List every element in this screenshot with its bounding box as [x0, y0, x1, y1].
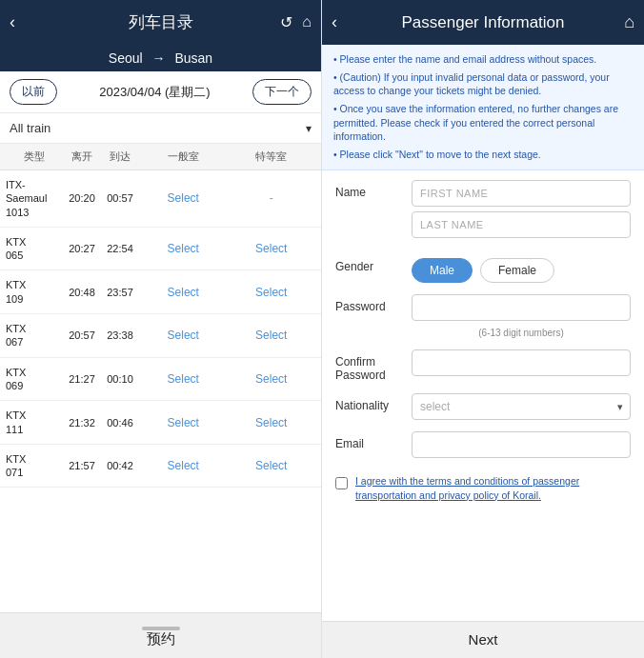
table-row: KTX 06921:2700:10SelectSelect — [0, 358, 321, 402]
left-back-button[interactable]: ‹ — [10, 12, 15, 32]
train-arrive: 00:46 — [101, 417, 139, 429]
special-select[interactable]: Select — [228, 416, 316, 429]
info-line-2: • (Caution) If you input invalid persona… — [333, 70, 633, 98]
confirm-password-input[interactable] — [412, 349, 631, 376]
filter-bar[interactable]: All train ▾ — [0, 113, 321, 144]
general-select[interactable]: Select — [139, 459, 228, 472]
info-line-1: • Please enter the name and email addres… — [333, 52, 633, 67]
route-bar: Seoul → Busan — [0, 45, 321, 71]
train-depart: 20:20 — [63, 192, 101, 204]
train-name: KTX 071 — [6, 452, 63, 480]
col-special: 特等室 — [228, 150, 316, 164]
filter-label: All train — [10, 121, 50, 135]
general-select[interactable]: Select — [139, 286, 228, 299]
refresh-icon[interactable]: ↺ — [280, 13, 292, 31]
general-select[interactable]: Select — [139, 191, 228, 205]
special-select[interactable]: Select — [228, 459, 316, 472]
table-row: KTX 11121:3200:46SelectSelect — [0, 401, 321, 445]
train-arrive: 23:38 — [101, 329, 139, 341]
general-select[interactable]: Select — [139, 329, 228, 342]
confirm-password-row: Confirm Password — [335, 349, 631, 382]
train-depart: 21:32 — [63, 417, 101, 429]
table-header: 类型 离开 到达 一般室 特等室 — [0, 144, 321, 170]
date-nav: 以前 2023/04/04 (星期二) 下一个 — [0, 71, 321, 113]
special-select: - — [228, 191, 316, 205]
left-header-icons: ↺ ⌂ — [280, 13, 312, 31]
current-date: 2023/04/04 (星期二) — [99, 84, 210, 101]
nationality-select[interactable]: select — [412, 393, 631, 420]
train-arrive: 00:57 — [101, 192, 139, 204]
left-panel: ‹ 列车目录 ↺ ⌂ Seoul → Busan 以前 2023/04/04 (… — [0, 0, 322, 658]
terms-row: I agree with the terms and conditions of… — [335, 474, 631, 502]
info-line-3: • Once you save the information entered,… — [333, 102, 633, 144]
email-label: Email — [335, 431, 412, 450]
special-select[interactable]: Select — [228, 329, 316, 342]
first-name-input[interactable] — [412, 180, 631, 207]
route-arrow: → — [152, 50, 166, 66]
gender-female-button[interactable]: Female — [480, 258, 554, 283]
table-row: ITX-Saemaul 101320:2000:57Select- — [0, 170, 321, 228]
name-label: Name — [335, 180, 412, 199]
right-title: Passenger Information — [401, 13, 564, 32]
table-row: KTX 10920:4823:57SelectSelect — [0, 270, 321, 314]
left-header: ‹ 列车目录 ↺ ⌂ — [0, 0, 321, 45]
filter-dropdown-icon: ▾ — [306, 122, 312, 135]
general-select[interactable]: Select — [139, 416, 228, 429]
terms-checkbox[interactable] — [335, 477, 348, 489]
general-select[interactable]: Select — [139, 372, 228, 386]
train-name: KTX 067 — [6, 322, 63, 349]
email-row: Email — [335, 431, 631, 463]
train-arrive: 22:54 — [101, 243, 139, 254]
password-input[interactable] — [412, 294, 631, 321]
confirm-password-field — [412, 349, 631, 381]
nationality-label: Nationality — [335, 393, 412, 412]
email-field — [412, 431, 631, 463]
password-hint: (6-13 digit numbers) — [412, 328, 631, 338]
table-row: KTX 06720:5723:38SelectSelect — [0, 314, 321, 358]
train-depart: 20:57 — [63, 329, 101, 341]
home-icon-right[interactable]: ⌂ — [624, 12, 634, 32]
password-label: Password — [335, 294, 412, 313]
right-footer: Next — [322, 621, 644, 658]
train-name: KTX 069 — [6, 366, 63, 393]
home-icon-left[interactable]: ⌂ — [302, 13, 312, 31]
special-select[interactable]: Select — [228, 242, 316, 255]
special-select[interactable]: Select — [228, 372, 316, 386]
form-area: Name Gender Male Female Password (6-13 d… — [322, 170, 644, 621]
general-select[interactable]: Select — [139, 242, 228, 255]
info-line-4: • Please click "Next" to move to the nex… — [333, 148, 633, 162]
col-general: 一般室 — [139, 150, 228, 164]
info-box: • Please enter the name and email addres… — [322, 45, 644, 170]
next-date-button[interactable]: 下一个 — [252, 79, 312, 105]
train-depart: 20:48 — [63, 287, 101, 298]
train-list: ITX-Saemaul 101320:2000:57Select-KTX 065… — [0, 170, 321, 612]
train-name: KTX 065 — [6, 235, 63, 263]
email-input[interactable] — [412, 431, 631, 458]
nationality-select-wrapper: select ▾ — [412, 393, 631, 420]
password-field: (6-13 digit numbers) — [412, 294, 631, 338]
right-header: ‹ Passenger Information ⌂ — [322, 0, 644, 45]
terms-text: I agree with the terms and conditions of… — [355, 474, 631, 502]
special-select[interactable]: Select — [228, 286, 316, 299]
last-name-input[interactable] — [412, 211, 631, 238]
col-type: 类型 — [6, 150, 63, 164]
train-depart: 20:27 — [63, 243, 101, 254]
right-panel: ‹ Passenger Information ⌂ • Please enter… — [322, 0, 644, 658]
gender-male-button[interactable]: Male — [412, 258, 473, 283]
right-back-button[interactable]: ‹ — [332, 12, 337, 32]
gender-label: Gender — [335, 254, 412, 273]
next-button[interactable]: Next — [469, 631, 498, 648]
left-footer: 预约 — [0, 612, 321, 658]
table-row: KTX 07121:5700:42SelectSelect — [0, 445, 321, 489]
train-arrive: 23:57 — [101, 287, 139, 298]
train-depart: 21:27 — [63, 373, 101, 385]
col-depart: 离开 — [63, 150, 101, 164]
col-arrive: 到达 — [101, 150, 139, 164]
gender-group: Male Female — [412, 254, 631, 283]
train-arrive: 00:42 — [101, 460, 139, 471]
train-depart: 21:57 — [63, 460, 101, 471]
train-name: KTX 109 — [6, 278, 63, 306]
left-title: 列车目录 — [129, 11, 193, 33]
book-button[interactable]: 预约 — [147, 630, 175, 647]
prev-date-button[interactable]: 以前 — [10, 79, 57, 105]
